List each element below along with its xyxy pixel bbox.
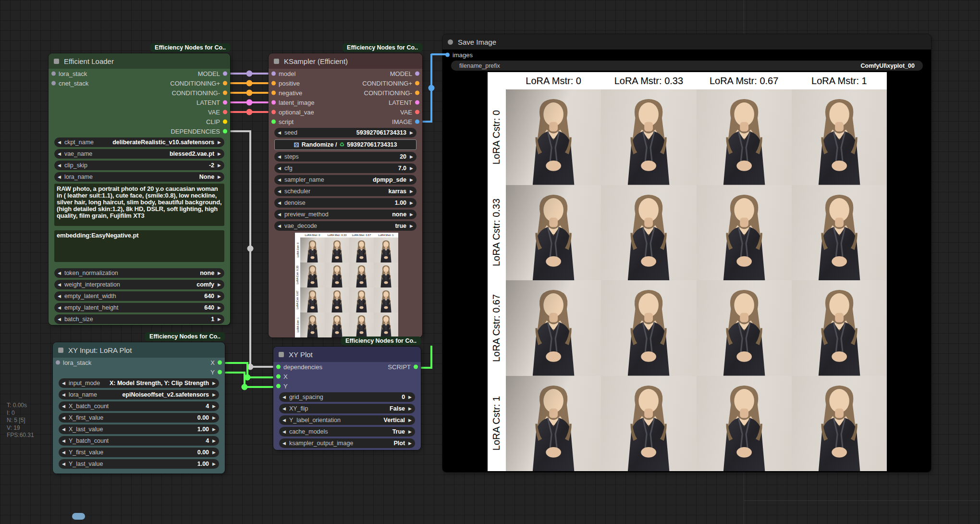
increment-arrow-icon[interactable]: ▶ <box>408 418 412 423</box>
widget-empty_latent_width[interactable]: ◀empty_latent_width640▶ <box>54 291 224 301</box>
widget-ksampler_output_image[interactable]: ◀ksampler_output_imagePlot▶ <box>279 438 415 448</box>
LATENT-output-slot-dot[interactable] <box>223 100 227 105</box>
decrement-arrow-icon[interactable]: ◀ <box>62 404 65 409</box>
decrement-arrow-icon[interactable]: ◀ <box>282 430 286 434</box>
decrement-arrow-icon[interactable]: ◀ <box>278 178 281 182</box>
dependencies-input-slot-dot[interactable] <box>276 365 281 369</box>
widget-batch_size[interactable]: ◀batch_size1▶ <box>54 314 224 324</box>
model-input-slot-dot[interactable] <box>271 72 276 76</box>
increment-arrow-icon[interactable]: ▶ <box>212 450 216 455</box>
CONDITIONING--output-slot-dot[interactable] <box>223 91 227 95</box>
X-output-slot-dot[interactable] <box>218 361 222 365</box>
positive-prompt-textarea[interactable]: RAW photo, a portrait photo of 20 y.o ca… <box>54 184 224 226</box>
widget-X_batch_count[interactable]: ◀X_batch_count4▶ <box>59 401 219 411</box>
node-xy-plot[interactable]: Efficiency Nodes for Co.. XY Plot depend… <box>273 347 421 450</box>
decrement-arrow-icon[interactable]: ◀ <box>58 152 61 156</box>
collapse-dot-icon[interactable] <box>448 39 453 45</box>
decrement-arrow-icon[interactable]: ◀ <box>58 306 61 310</box>
widget-vae_name[interactable]: ◀vae_nameblessed2.vae.pt▶ <box>54 149 224 159</box>
decrement-arrow-icon[interactable]: ◀ <box>282 418 286 423</box>
widget-Y_last_value[interactable]: ◀Y_last_value1.00▶ <box>59 459 219 469</box>
node-titlebar[interactable]: KSampler (Efficient) <box>269 53 422 69</box>
decrement-arrow-icon[interactable]: ◀ <box>62 450 65 455</box>
CONDITIONING--output-slot-dot[interactable] <box>415 91 419 95</box>
increment-arrow-icon[interactable]: ▶ <box>212 416 216 420</box>
increment-arrow-icon[interactable]: ▶ <box>218 306 221 310</box>
widget-XY_flip[interactable]: ◀XY_flipFalse▶ <box>279 404 415 413</box>
widget-Y_batch_count[interactable]: ◀Y_batch_count4▶ <box>59 436 219 446</box>
widget-denoise[interactable]: ◀denoise1.00▶ <box>274 198 416 208</box>
widget-X_first_value[interactable]: ◀X_first_value0.00▶ <box>59 413 219 423</box>
node-save-image[interactable]: Save Image images filename_prefix ComfyU… <box>442 34 931 472</box>
increment-arrow-icon[interactable]: ▶ <box>212 439 216 443</box>
decrement-arrow-icon[interactable]: ◀ <box>278 224 281 228</box>
collapse-box-icon[interactable] <box>58 348 63 353</box>
Y-input-slot-dot[interactable] <box>276 384 281 388</box>
increment-arrow-icon[interactable]: ▶ <box>218 283 221 287</box>
increment-arrow-icon[interactable]: ▶ <box>218 163 221 168</box>
decrement-arrow-icon[interactable]: ◀ <box>58 163 61 168</box>
VAE-output-slot-dot[interactable] <box>223 110 227 114</box>
widget-token_normalization[interactable]: ◀token_normalizationnone▶ <box>54 268 224 278</box>
CLIP-output-slot-dot[interactable] <box>223 120 227 124</box>
decrement-arrow-icon[interactable]: ◀ <box>62 427 65 432</box>
increment-arrow-icon[interactable]: ▶ <box>408 430 412 434</box>
widget-scheduler[interactable]: ◀schedulerkarras▶ <box>274 187 416 196</box>
comfyui-canvas[interactable]: Efficiency Nodes for Co.. Efficient Load… <box>0 0 980 524</box>
increment-arrow-icon[interactable]: ▶ <box>212 381 216 386</box>
increment-arrow-icon[interactable]: ▶ <box>218 271 221 275</box>
widget-preview_method[interactable]: ◀preview_methodnone▶ <box>274 210 416 219</box>
widget-sampler_name[interactable]: ◀sampler_namedpmpp_sde▶ <box>274 175 416 185</box>
increment-arrow-icon[interactable]: ▶ <box>218 175 221 179</box>
decrement-arrow-icon[interactable]: ◀ <box>278 201 281 205</box>
optional_vae-input-slot-dot[interactable] <box>271 110 276 114</box>
decrement-arrow-icon[interactable]: ◀ <box>58 317 61 322</box>
X-input-slot-dot[interactable] <box>276 374 281 379</box>
collapse-box-icon[interactable] <box>274 59 279 64</box>
decrement-arrow-icon[interactable]: ◀ <box>278 166 281 171</box>
increment-arrow-icon[interactable]: ▶ <box>408 395 412 399</box>
node-titlebar[interactable]: Efficient Loader <box>49 53 230 69</box>
node-titlebar[interactable]: Save Image <box>442 34 931 50</box>
widget-input_mode[interactable]: ◀input_modeX: Model Strength, Y: Clip St… <box>59 378 219 388</box>
decrement-arrow-icon[interactable]: ◀ <box>62 462 65 466</box>
images-input-slot[interactable]: images <box>442 50 635 60</box>
increment-arrow-icon[interactable]: ▶ <box>212 393 216 397</box>
collapse-box-icon[interactable] <box>54 59 59 64</box>
increment-arrow-icon[interactable]: ▶ <box>212 404 216 409</box>
decrement-arrow-icon[interactable]: ◀ <box>278 131 281 135</box>
collapsed-node-pill[interactable] <box>72 513 85 520</box>
CONDITIONING+-output-slot-dot[interactable] <box>415 81 419 86</box>
increment-arrow-icon[interactable]: ▶ <box>218 140 221 145</box>
MODEL-output-slot-dot[interactable] <box>415 72 419 76</box>
decrement-arrow-icon[interactable]: ◀ <box>62 393 65 397</box>
widget-cfg[interactable]: ◀cfg7.0▶ <box>274 163 416 173</box>
script-input-slot-dot[interactable] <box>271 120 276 124</box>
increment-arrow-icon[interactable]: ▶ <box>212 462 216 466</box>
CONDITIONING+-output-slot-dot[interactable] <box>223 81 227 86</box>
node-titlebar[interactable]: XY Input: LoRA Plot <box>53 342 225 358</box>
increment-arrow-icon[interactable]: ▶ <box>410 224 413 228</box>
increment-arrow-icon[interactable]: ▶ <box>410 166 413 171</box>
widget-X_last_value[interactable]: ◀X_last_value1.00▶ <box>59 424 219 434</box>
widget-grid_spacing[interactable]: ◀grid_spacing0▶ <box>279 392 415 402</box>
decrement-arrow-icon[interactable]: ◀ <box>282 441 286 446</box>
filename-prefix-widget[interactable]: filename_prefix ComfyUI\xyplot_00 <box>451 61 923 71</box>
widget-weight_interpretation[interactable]: ◀weight_interpretationcomfy▶ <box>54 280 224 289</box>
increment-arrow-icon[interactable]: ▶ <box>410 212 413 217</box>
widget-seed[interactable]: ◀seed593927061734313▶ <box>274 128 416 137</box>
widget-lora_name[interactable]: ◀lora_nameepiNoiseoffset_v2.safetensors▶ <box>59 390 219 399</box>
decrement-arrow-icon[interactable]: ◀ <box>282 407 286 411</box>
randomize-button[interactable]: ⚄Randomize /♻593927061734313 <box>274 139 416 150</box>
increment-arrow-icon[interactable]: ▶ <box>410 155 413 159</box>
negative-prompt-textarea[interactable]: embedding:EasyNegative.pt <box>54 230 224 262</box>
increment-arrow-icon[interactable]: ▶ <box>218 317 221 322</box>
widget-Y_label_orientation[interactable]: ◀Y_label_orientationVertical▶ <box>279 415 415 425</box>
increment-arrow-icon[interactable]: ▶ <box>410 189 413 194</box>
LATENT-output-slot-dot[interactable] <box>415 100 419 105</box>
collapse-box-icon[interactable] <box>279 352 284 357</box>
lora_stack-input-slot-dot[interactable] <box>56 361 60 365</box>
decrement-arrow-icon[interactable]: ◀ <box>62 439 65 443</box>
lora_stack-input-slot-dot[interactable] <box>51 72 56 76</box>
IMAGE-output-slot-dot[interactable] <box>415 120 419 124</box>
